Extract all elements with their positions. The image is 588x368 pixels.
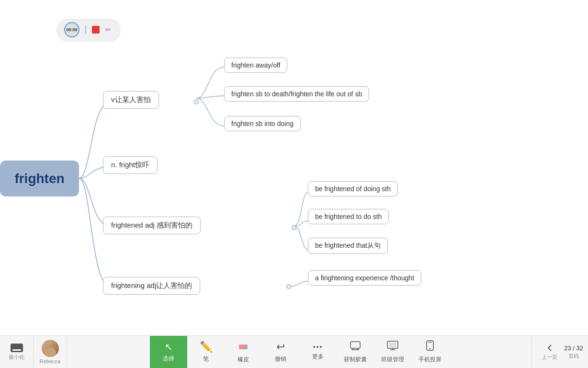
- tool-screen-capture[interactable]: 获制胶囊: [337, 336, 374, 368]
- branch-node-b1: v让某人害怕: [103, 91, 159, 109]
- user-avatar-button[interactable]: Rebecca: [34, 336, 67, 368]
- prev-page-label: 上一页: [542, 354, 557, 361]
- user-label: Rebecca: [40, 358, 60, 364]
- bottom-toolbar: 最小化 Rebecca ↖ 选择 ✏️ 笔 橡皮 ↩: [0, 335, 588, 368]
- branch-node-b2: n. fright惊吓: [103, 156, 158, 174]
- leaf-node-l2: frighten sb to death/frighten the life o…: [224, 86, 369, 102]
- connector-b1: [194, 100, 199, 104]
- leaf-node-l5: be frightened to do sth: [308, 209, 389, 224]
- page-number: 23 / 32: [564, 345, 583, 352]
- root-node: frighten: [0, 161, 79, 196]
- leaf-node-l1: frighten away/off: [224, 58, 287, 73]
- tool-more[interactable]: ••• 更多: [299, 336, 337, 368]
- toolbar-left-section: 最小化 Rebecca: [0, 336, 67, 368]
- tool-more-label: 更多: [312, 353, 324, 361]
- screen-capture-icon: [350, 340, 361, 354]
- tool-undo[interactable]: ↩ 撤销: [262, 336, 299, 368]
- page-info: 23 / 32 页码: [564, 345, 583, 360]
- leaf-node-l3: frighten sb into doing: [224, 116, 301, 131]
- eraser-icon: [238, 341, 249, 354]
- toolbar-center: ↖ 选择 ✏️ 笔 橡皮 ↩ 撤销 ••• 更多: [67, 336, 531, 368]
- mobile-cast-icon: [426, 340, 434, 354]
- timer-stop-button[interactable]: [92, 26, 100, 34]
- timer-bar: 00:00 ✏: [57, 19, 120, 40]
- tool-pen[interactable]: ✏️ 笔: [187, 336, 225, 368]
- connector-b4: [286, 284, 291, 289]
- tool-eraser-label: 橡皮: [237, 356, 249, 364]
- tool-select[interactable]: ↖ 选择: [150, 336, 187, 368]
- minimize-label: 最小化: [9, 354, 24, 361]
- toolbar-right: 上一页 23 / 32 页码: [531, 336, 588, 368]
- page-separator: /: [573, 345, 575, 352]
- timer-pen-button[interactable]: ✏: [103, 25, 113, 34]
- undo-icon: ↩: [276, 341, 285, 353]
- pen-icon: ✏️: [200, 341, 213, 353]
- tool-screen-capture-label: 获制胶囊: [344, 356, 367, 364]
- root-node-label: frighten: [14, 171, 64, 186]
- timer-display: 00:00: [64, 22, 79, 37]
- tool-undo-label: 撤销: [275, 355, 286, 363]
- tool-select-label: 选择: [163, 355, 174, 363]
- page-label: 页码: [568, 353, 579, 360]
- page-current: 23: [564, 345, 571, 352]
- minimize-button[interactable]: 最小化: [0, 336, 34, 368]
- svg-rect-2: [351, 342, 360, 348]
- pen-icon: ✏: [105, 26, 111, 34]
- leaf-node-l4: be frightened of doing sth: [308, 181, 398, 196]
- more-icon: •••: [313, 343, 323, 351]
- branch-node-b3: frightened adj 感到害怕的: [103, 217, 201, 234]
- tool-mobile-cast-label: 手机投屏: [418, 356, 441, 364]
- timer-text: 00:00: [66, 27, 77, 32]
- select-icon: ↖: [165, 341, 173, 353]
- tool-class-manage[interactable]: 班级管理: [374, 336, 411, 368]
- tool-eraser[interactable]: 橡皮: [225, 336, 262, 368]
- tool-class-manage-label: 班级管理: [381, 356, 404, 364]
- connector-b3: [292, 225, 296, 230]
- branch-node-b4: frightening adj让人害怕的: [103, 277, 200, 295]
- leaf-node-l7: a firightening experience /thought: [308, 270, 421, 286]
- prev-page-button[interactable]: 上一页: [537, 341, 562, 363]
- leaf-node-l6: be frightened that从句: [308, 238, 388, 254]
- svg-point-11: [430, 348, 430, 349]
- timer-divider: [85, 25, 86, 34]
- page-total: 32: [577, 345, 583, 352]
- tool-pen-label: 笔: [203, 355, 209, 363]
- class-manage-icon: [387, 340, 398, 354]
- svg-rect-1: [239, 345, 243, 349]
- svg-rect-7: [389, 343, 396, 347]
- tool-mobile-cast[interactable]: 手机投屏: [411, 336, 449, 368]
